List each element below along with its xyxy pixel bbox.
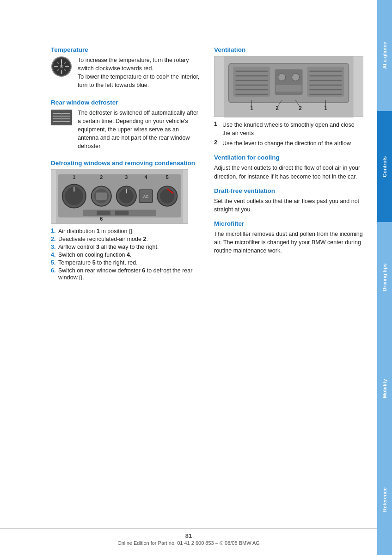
svg-point-60 — [278, 74, 286, 81]
draft-free-text: Set the vent outlets so that the air flo… — [214, 197, 363, 214]
svg-text:3: 3 — [125, 174, 128, 180]
rear-defroster-block: The defroster is switched off automatica… — [51, 109, 200, 154]
svg-text:1: 1 — [73, 174, 75, 180]
ventilation-cooling-heading: Ventilation for cooling — [214, 154, 363, 161]
microfilter-text: The microfilter removes dust and pollen … — [214, 230, 363, 255]
list-item: 1. Air distribution 1 in position ▯. — [51, 228, 200, 234]
svg-text:4: 4 — [145, 174, 147, 180]
main-content: Temperature — [0, 0, 377, 555]
list-item: 3. Airflow control 3 all the way to the … — [51, 244, 200, 250]
page-number: 81 — [0, 532, 377, 539]
defrosting-steps: 1. Air distribution 1 in position ▯. 2. … — [51, 228, 200, 281]
sidebar-tab-reference[interactable]: Reference — [377, 444, 392, 555]
list-item: 4. Switch on cooling function 4. — [51, 252, 200, 258]
svg-point-32 — [160, 189, 174, 203]
sidebar-tab-driving-tips[interactable]: Driving tips — [377, 222, 392, 333]
svg-rect-42 — [115, 211, 129, 216]
svg-text:6: 6 — [100, 216, 103, 222]
svg-point-61 — [292, 74, 300, 81]
ventilation-heading: Ventilation — [214, 46, 363, 53]
svg-rect-41 — [97, 211, 110, 216]
rear-defroster-text: The defroster is switched off automatica… — [78, 109, 200, 151]
list-item: 2. Deactivate recirculated-air mode 2. — [51, 236, 200, 242]
microfilter-heading: Microfilter — [214, 220, 363, 227]
right-column: Ventilation — [214, 46, 363, 282]
draft-free-heading: Draft-free ventilation — [214, 187, 363, 194]
sidebar-tab-mobility[interactable]: Mobility — [377, 333, 392, 444]
temperature-block: To increase the temperature, turn the ro… — [51, 56, 200, 92]
svg-text:2: 2 — [100, 174, 103, 180]
vent-item-2: 2 Use the lever to change the direction … — [214, 139, 363, 148]
footer: 81 Online Edition for Part no. 01 41 2 6… — [0, 528, 377, 546]
list-item: 5. Temperature 5 to the right, red. — [51, 259, 200, 266]
vent-item-1: 1 Use the knurled wheels to smoothly ope… — [214, 121, 363, 137]
rear-defroster-heading: Rear window defroster — [51, 99, 200, 106]
list-item: 6. Switch on rear window defroster 6 to … — [51, 267, 200, 281]
ventilation-image: 1 2 2 1 — [214, 56, 363, 117]
rear-defroster-icon — [51, 110, 74, 125]
temperature-icon — [51, 56, 74, 77]
control-panel-image: AC 1 2 3 4 5 6 — [51, 169, 188, 224]
svg-rect-25 — [96, 192, 107, 200]
left-column: Temperature — [51, 46, 200, 282]
sidebar: At a glance Controls Driving tips Mobili… — [377, 0, 392, 555]
svg-rect-62 — [276, 85, 302, 92]
temperature-heading: Temperature — [51, 46, 200, 53]
ventilation-cooling-text: Adjust the vent outlets to direct the fl… — [214, 164, 363, 180]
sidebar-tab-at-a-glance[interactable]: At a glance — [377, 0, 392, 111]
sidebar-tab-controls[interactable]: Controls — [377, 111, 392, 222]
defrosting-heading: Defrosting windows and removing condensa… — [51, 160, 200, 166]
temperature-text: To increase the temperature, turn the ro… — [78, 56, 200, 90]
svg-text:AC: AC — [143, 194, 149, 199]
ventilation-items: 1 Use the knurled wheels to smoothly ope… — [214, 121, 363, 148]
svg-text:2: 2 — [276, 105, 279, 111]
svg-text:5: 5 — [166, 174, 169, 180]
copyright-text: Online Edition for Part no. 01 41 2 600 … — [117, 540, 260, 546]
